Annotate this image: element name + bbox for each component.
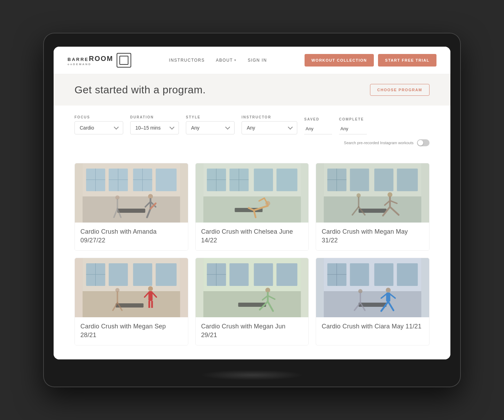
svg-rect-67 <box>133 263 152 286</box>
header: BARREROOM onDEMAND INSTRUCTORS ABOUT ▾ S… <box>54 47 450 74</box>
choose-program-button[interactable]: CHOOSE PROGRAM <box>370 84 430 96</box>
nav-about[interactable]: ABOUT ▾ <box>216 58 236 63</box>
logo-text-group: BARREROOM onDEMAND <box>68 55 113 66</box>
thumbnail-art-5 <box>196 258 309 317</box>
svg-rect-74 <box>148 301 150 308</box>
start-free-trial-button[interactable]: START FREE TRIAL <box>378 54 436 67</box>
nav-sign-in[interactable]: SIGN IN <box>248 58 267 63</box>
filters-row: FOCUS Cardio DURATION 10–15 mins STYLE <box>74 115 430 134</box>
thumbnail-art-2 <box>196 163 309 223</box>
workout-thumbnail <box>316 258 429 317</box>
svg-rect-104 <box>397 263 418 286</box>
workout-card[interactable]: Cardio Crush with Megan Jun 29/21 <box>195 258 309 345</box>
screen: BARREROOM onDEMAND INSTRUCTORS ABOUT ▾ S… <box>54 47 450 360</box>
svg-rect-103 <box>375 263 394 286</box>
instagram-toggle-row: Search pre-recorded Instagram workouts <box>74 139 430 149</box>
svg-rect-75 <box>151 301 153 308</box>
duration-label: DURATION <box>130 115 179 119</box>
complete-label: COMPLETE <box>339 117 367 121</box>
svg-rect-48 <box>397 169 418 191</box>
svg-point-108 <box>386 288 391 293</box>
logo-box-inner <box>119 56 128 65</box>
workout-info: Cardio Crush with Chelsea June 14/22 <box>196 223 309 250</box>
svg-rect-47 <box>375 169 394 191</box>
focus-select[interactable]: Cardio <box>74 121 123 134</box>
hero-title: Get started with a program. <box>74 84 206 96</box>
logo-barre: BARREROOM <box>68 57 113 62</box>
workout-info: Cardio Crush with Megan Sep 28/21 <box>75 317 188 345</box>
workout-collection-button[interactable]: WORKOUT COLLECTION <box>305 54 374 67</box>
focus-filter: FOCUS Cardio <box>74 115 123 134</box>
device-frame: BARREROOM onDEMAND INSTRUCTORS ABOUT ▾ S… <box>43 33 461 388</box>
nav-instructors[interactable]: INSTRUCTORS <box>169 58 205 63</box>
thumbnail-art-1 <box>75 163 188 223</box>
focus-value: Cardio <box>80 125 94 131</box>
complete-select[interactable]: Any <box>339 123 367 134</box>
duration-filter: DURATION 10–15 mins <box>130 115 179 134</box>
style-chevron-icon <box>225 125 230 130</box>
focus-chevron-icon <box>114 125 119 130</box>
instagram-toggle-label: Search pre-recorded Instagram workouts <box>344 141 414 145</box>
workout-info: Cardio Crush with Megan Jun 29/21 <box>196 317 309 345</box>
logo-box <box>117 53 131 68</box>
workout-thumbnail <box>196 163 309 223</box>
saved-label: SAVED <box>304 117 332 121</box>
thumbnail-art-6 <box>316 258 429 317</box>
duration-chevron-icon <box>170 125 174 130</box>
style-label: STYLE <box>186 115 235 119</box>
svg-rect-91 <box>238 303 266 307</box>
logo-sub: onDEMAND <box>68 63 113 66</box>
workout-thumbnail <box>316 163 429 223</box>
workout-thumbnail <box>75 258 188 317</box>
svg-rect-30 <box>276 169 297 191</box>
svg-rect-6 <box>156 169 176 191</box>
workout-card[interactable]: Cardio Crush with Megan May 31/22 <box>316 163 430 251</box>
saved-select[interactable]: Any <box>304 123 332 134</box>
workout-thumbnail <box>196 258 309 317</box>
saved-filter: SAVED Any <box>304 117 332 134</box>
duration-select[interactable]: 10–15 mins <box>130 121 179 134</box>
workout-info: Cardio Crush with Megan May 31/22 <box>316 223 429 250</box>
svg-rect-46 <box>350 169 369 191</box>
svg-point-72 <box>148 286 153 291</box>
complete-filter: COMPLETE Any <box>339 117 367 134</box>
logo: BARREROOM onDEMAND <box>68 53 131 68</box>
style-value: Any <box>191 125 199 131</box>
svg-rect-87 <box>254 263 273 286</box>
workout-card[interactable]: Cardio Crush with Megan Sep 28/21 <box>74 258 188 345</box>
style-select[interactable]: Any <box>186 121 235 134</box>
instructor-select[interactable]: Any <box>242 121 297 134</box>
hero-banner: Get started with a program. CHOOSE PROGR… <box>54 74 450 106</box>
main-nav: INSTRUCTORS ABOUT ▾ SIGN IN <box>169 58 267 63</box>
svg-rect-68 <box>156 263 176 286</box>
svg-rect-29 <box>254 169 273 191</box>
toggle-knob <box>418 140 423 146</box>
instructor-label: INSTRUCTOR <box>242 115 297 119</box>
workout-title: Cardio Crush with Amanda 09/27/22 <box>80 227 182 245</box>
workout-thumbnail <box>75 163 188 223</box>
instagram-toggle[interactable] <box>417 139 430 146</box>
workout-title: Cardio Crush with Megan Jun 29/21 <box>201 322 303 340</box>
workout-card[interactable]: Cardio Crush with Ciara May 11/21 <box>316 258 430 345</box>
workout-info: Cardio Crush with Amanda 09/27/22 <box>75 223 188 250</box>
complete-value: Any <box>340 126 348 131</box>
workout-title: Cardio Crush with Chelsea June 14/22 <box>201 227 303 245</box>
workouts-grid: Cardio Crush with Amanda 09/27/22 <box>54 156 450 360</box>
svg-rect-86 <box>229 263 249 286</box>
workout-card[interactable]: Cardio Crush with Amanda 09/27/22 <box>74 163 188 251</box>
instructor-chevron-icon <box>288 125 293 130</box>
thumbnail-art-3 <box>316 163 429 223</box>
nav-actions: WORKOUT COLLECTION START FREE TRIAL <box>305 54 436 67</box>
focus-label: FOCUS <box>74 115 123 119</box>
workout-title: Cardio Crush with Megan May 31/22 <box>322 227 424 245</box>
instructor-filter: INSTRUCTOR Any <box>242 115 297 134</box>
instructor-value: Any <box>247 125 255 131</box>
svg-rect-66 <box>109 263 128 286</box>
filters-section: FOCUS Cardio DURATION 10–15 mins STYLE <box>54 106 450 156</box>
duration-value: 10–15 mins <box>135 125 160 131</box>
workout-title: Cardio Crush with Ciara May 11/21 <box>322 322 424 331</box>
workout-card[interactable]: Cardio Crush with Chelsea June 14/22 <box>195 163 309 251</box>
chevron-down-icon: ▾ <box>234 58 237 62</box>
thumbnail-art-4 <box>75 258 188 317</box>
svg-rect-88 <box>276 263 297 286</box>
